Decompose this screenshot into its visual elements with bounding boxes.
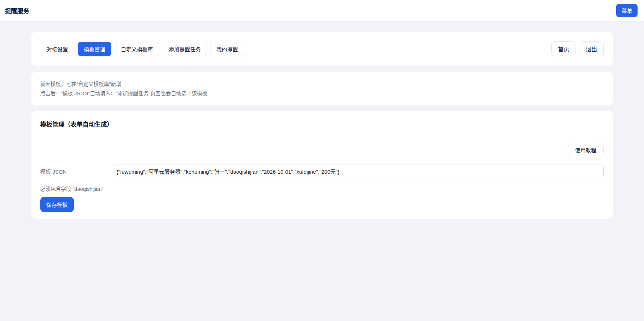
section-title: 模板管理（表单自动生成） <box>40 119 604 128</box>
section-header: 模板管理（表单自动生成） <box>31 111 613 134</box>
notice-card: 暂无模板，可在“自定义模板库”新增 点击后：“模板 JSON”自动填入；“添加提… <box>31 72 613 106</box>
template-json-input[interactable] <box>112 164 604 178</box>
tab-custom-template-library[interactable]: 自定义模板库 <box>115 42 159 56</box>
required-field-hint: 必须包含字段 “daoqishijian” <box>40 185 604 192</box>
tab-connection-settings[interactable]: 对接设置 <box>41 42 74 56</box>
tutorial-button[interactable]: 使用教程 <box>568 143 603 157</box>
tab-my-reminders[interactable]: 我的提醒 <box>211 42 244 56</box>
notice-line-2: 点击后：“模板 JSON”自动填入；“添加提醒任务”页签也会自动选中该模板 <box>40 89 604 98</box>
page-container: 对接设置 模板管理 自定义模板库 添加提醒任务 我的提醒 首页 退出 暂无模板，… <box>31 21 613 219</box>
app-title: 提醒服务 <box>5 6 29 15</box>
exit-button[interactable]: 退出 <box>579 41 603 56</box>
template-section-card: 模板管理（表单自动生成） 使用教程 模板 JSON 必须包含字段 “daoqis… <box>31 111 613 219</box>
home-button[interactable]: 首页 <box>551 41 575 56</box>
tutorial-row: 使用教程 <box>40 143 604 157</box>
save-template-button[interactable]: 保存模板 <box>40 197 74 212</box>
tab-add-reminder-task[interactable]: 添加提醒任务 <box>163 42 207 56</box>
header-bar: 提醒服务 菜单 <box>0 0 644 21</box>
tab-group: 对接设置 模板管理 自定义模板库 添加提醒任务 我的提醒 <box>41 42 244 56</box>
nav-group: 首页 退出 <box>551 41 603 56</box>
tab-template-management[interactable]: 模板管理 <box>78 42 111 56</box>
save-row: 保存模板 <box>40 197 604 212</box>
tabs-card: 对接设置 模板管理 自定义模板库 添加提醒任务 我的提醒 首页 退出 <box>31 32 613 66</box>
section-body: 使用教程 模板 JSON 必须包含字段 “daoqishijian” 保存模板 <box>31 134 613 219</box>
notice-line-1: 暂无模板，可在“自定义模板库”新增 <box>40 80 604 89</box>
template-json-row: 模板 JSON <box>40 164 604 178</box>
menu-button[interactable]: 菜单 <box>616 4 638 17</box>
template-json-label: 模板 JSON <box>40 168 112 175</box>
